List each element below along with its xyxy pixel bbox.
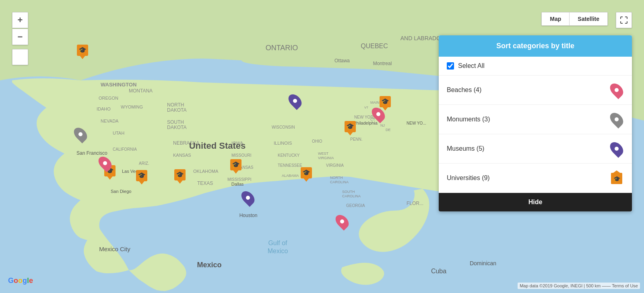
- svg-text:Montreal: Montreal: [373, 61, 392, 66]
- svg-text:CALIFORNIA: CALIFORNIA: [113, 147, 137, 152]
- svg-text:DE: DE: [386, 128, 391, 132]
- map-zoom-controls: + −: [12, 12, 28, 65]
- marker-university-baltimore[interactable]: 🎓: [344, 120, 357, 139]
- marker-monument-sanfrancisco[interactable]: [75, 127, 86, 143]
- marker-university-mississippi[interactable]: 🎓: [300, 166, 313, 185]
- svg-marker-71: [79, 55, 86, 59]
- category-panel: Sort categories by title Select All Beac…: [439, 35, 632, 211]
- svg-text:🎓: 🎓: [302, 169, 310, 176]
- svg-text:NORTH: NORTH: [330, 176, 343, 180]
- category-row-monuments: Monuments (3): [439, 105, 632, 134]
- svg-text:FLOR...: FLOR...: [407, 201, 423, 206]
- svg-text:NEW YO...: NEW YO...: [407, 121, 426, 125]
- svg-text:SOUTH: SOUTH: [167, 119, 184, 125]
- svg-text:OKLAHOMA: OKLAHOMA: [193, 169, 219, 174]
- category-row-museums: Museums (5): [439, 134, 632, 164]
- svg-text:IDAHO: IDAHO: [97, 107, 111, 111]
- attribution-text: Map data ©2019 Google, INEGI | 500 km ——…: [520, 283, 638, 288]
- svg-text:AND LABRADOR: AND LABRADOR: [400, 35, 445, 41]
- svg-marker-74: [107, 176, 113, 180]
- map-attribution: Map data ©2019 Google, INEGI | 500 km ——…: [518, 283, 640, 289]
- hide-button[interactable]: Hide: [439, 193, 632, 211]
- svg-text:KENTUCKY: KENTUCKY: [278, 153, 300, 158]
- marker-beach-florida[interactable]: [337, 214, 347, 230]
- map-container: Gulf of Mexico WASHINGTON OREGON IDAHO M…: [0, 0, 644, 293]
- svg-text:WYOMING: WYOMING: [121, 104, 143, 109]
- svg-text:TEXAS: TEXAS: [197, 180, 213, 186]
- svg-text:WISCONSIN: WISCONSIN: [272, 125, 295, 129]
- zoom-in-button[interactable]: +: [12, 12, 28, 28]
- svg-text:UTAH: UTAH: [113, 131, 124, 135]
- map-type-satellite-button[interactable]: Satellite: [570, 12, 607, 25]
- street-view-button[interactable]: [12, 49, 28, 65]
- svg-text:NEVADA: NEVADA: [101, 119, 119, 123]
- google-logo: Google: [8, 277, 33, 285]
- svg-text:GEORGIA: GEORGIA: [346, 203, 365, 208]
- svg-text:ARIZ.: ARIZ.: [139, 161, 149, 166]
- svg-text:VIRGINIA: VIRGINIA: [318, 156, 334, 160]
- svg-marker-68: [611, 170, 622, 174]
- svg-text:ONTARIO: ONTARIO: [266, 44, 298, 52]
- category-row-beaches: Beaches (4): [439, 76, 632, 105]
- marker-museum-houston[interactable]: [243, 190, 253, 206]
- svg-marker-86: [303, 178, 310, 182]
- svg-text:San Diego: San Diego: [111, 189, 131, 194]
- marker-museum-chicago[interactable]: [290, 93, 300, 109]
- panel-title: Sort categories by title: [496, 42, 574, 50]
- map-type-map-button[interactable]: Map: [542, 12, 570, 25]
- svg-marker-89: [347, 131, 353, 135]
- svg-text:San Francisco: San Francisco: [76, 150, 107, 156]
- gulf-label2: Mexico: [268, 248, 288, 254]
- monuments-label: Monuments (3): [447, 116, 490, 123]
- svg-text:SOUTH: SOUTH: [342, 190, 355, 194]
- svg-text:NORTH: NORTH: [167, 102, 184, 108]
- svg-marker-83: [233, 170, 239, 174]
- svg-text:🎓: 🎓: [346, 123, 354, 130]
- svg-text:MISSISSIPPI: MISSISSIPPI: [227, 177, 251, 182]
- svg-text:OREGON: OREGON: [99, 96, 118, 100]
- svg-text:Dominican: Dominican: [470, 260, 496, 266]
- svg-text:DAKOTA: DAKOTA: [167, 107, 186, 113]
- svg-text:ALABAMA: ALABAMA: [282, 174, 299, 178]
- marker-university-newmexico[interactable]: 🎓: [173, 168, 186, 187]
- svg-text:MISSOURI: MISSOURI: [231, 153, 251, 158]
- universities-label: Universities (9): [447, 174, 490, 182]
- svg-text:KANSAS: KANSAS: [173, 153, 191, 158]
- select-all-checkbox[interactable]: [447, 62, 454, 70]
- svg-text:🎓: 🎓: [138, 172, 146, 179]
- svg-text:OHIO: OHIO: [312, 139, 322, 143]
- svg-text:QUEBEC: QUEBEC: [361, 43, 388, 49]
- beaches-label: Beaches (4): [447, 86, 481, 94]
- svg-text:ILLINOIS: ILLINOIS: [274, 141, 292, 145]
- marker-university-washington[interactable]: 🎓: [76, 44, 89, 62]
- svg-text:TENNESSEE: TENNESSEE: [278, 163, 302, 168]
- gulf-label: Gulf of: [268, 240, 287, 246]
- marker-beach-la[interactable]: [100, 156, 110, 172]
- fullscreen-button[interactable]: [616, 12, 632, 28]
- marker-university-arizona[interactable]: 🎓: [135, 169, 148, 188]
- svg-text:Dallas: Dallas: [231, 182, 244, 186]
- svg-text:CAROLINA: CAROLINA: [330, 180, 349, 184]
- svg-text:WASHINGTON: WASHINGTON: [101, 82, 136, 88]
- svg-text:🎓: 🎓: [232, 161, 240, 168]
- fullscreen-icon: [620, 16, 628, 24]
- svg-text:CAROLINA: CAROLINA: [342, 194, 361, 198]
- category-row-universities: Universities (9) 🎓: [439, 164, 632, 193]
- museums-icon: [609, 140, 624, 158]
- svg-text:🎓: 🎓: [613, 176, 621, 182]
- svg-text:VIRGINIA: VIRGINIA: [326, 163, 344, 168]
- marker-beach-atlantic[interactable]: [373, 107, 384, 123]
- svg-text:🎓: 🎓: [176, 171, 184, 178]
- svg-text:VT: VT: [364, 106, 368, 109]
- svg-text:MONTANA: MONTANA: [129, 88, 153, 94]
- select-all-row: Select All: [439, 57, 632, 76]
- museums-label: Museums (5): [447, 145, 484, 152]
- svg-text:WEST: WEST: [318, 152, 329, 156]
- zoom-out-button[interactable]: −: [12, 29, 28, 45]
- marker-university-dallas[interactable]: 🎓: [229, 158, 242, 177]
- beaches-icon: [609, 81, 624, 99]
- svg-text:DAKOTA: DAKOTA: [167, 125, 186, 130]
- svg-marker-77: [138, 180, 145, 184]
- monuments-icon: [609, 111, 624, 128]
- university-pin-icon: 🎓: [610, 170, 623, 186]
